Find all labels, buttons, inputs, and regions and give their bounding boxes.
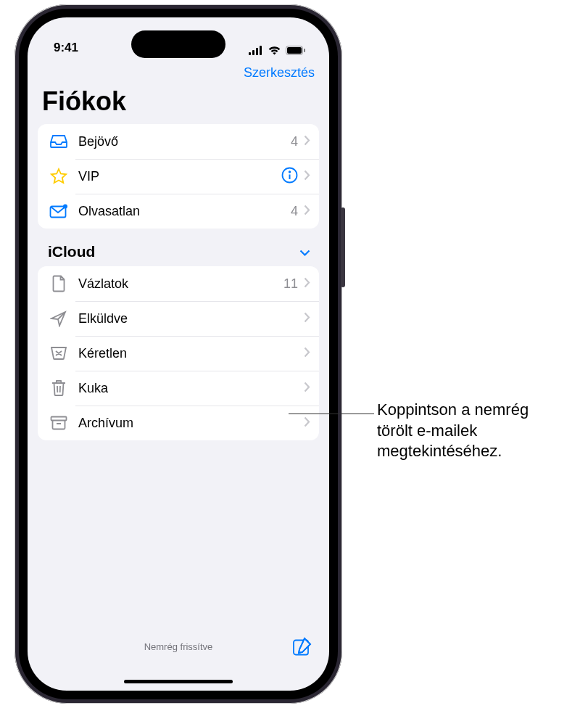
- mailbox-count: 11: [283, 276, 298, 292]
- svg-point-10: [63, 205, 67, 209]
- inbox-icon: [48, 134, 70, 149]
- svg-rect-6: [304, 49, 305, 52]
- callout-text: Koppintson a nemrég törölt e-mailek megt…: [377, 400, 529, 462]
- section-title: iCloud: [48, 243, 95, 260]
- chevron-right-icon: [304, 382, 310, 395]
- wifi-icon: [268, 46, 281, 55]
- iphone-frame: 9:41 Szerkesztés: [15, 4, 342, 704]
- mailbox-sent[interactable]: Elküldve: [38, 301, 319, 336]
- svg-rect-0: [249, 52, 251, 55]
- compose-button[interactable]: [292, 637, 312, 659]
- icloud-mailbox-group: Vázlatok 11 Elküldve: [38, 266, 319, 440]
- sync-status: Nemrég frissítve: [144, 641, 213, 652]
- chevron-right-icon: [304, 170, 310, 184]
- chevron-right-icon: [304, 135, 310, 149]
- chevron-right-icon: [304, 312, 310, 326]
- edit-button[interactable]: Szerkesztés: [244, 65, 315, 81]
- home-indicator: [124, 680, 233, 683]
- mailbox-vip[interactable]: VIP: [38, 159, 319, 194]
- bottom-toolbar: Nemrég frissítve: [28, 630, 329, 691]
- svg-point-8: [289, 171, 291, 173]
- content-area: Bejövő 4 VIP: [28, 124, 329, 630]
- mailbox-archive[interactable]: Archívum: [38, 406, 319, 440]
- mailbox-junk[interactable]: Kéretlen: [38, 336, 319, 371]
- star-icon: [48, 168, 70, 185]
- mailbox-label: Kuka: [78, 381, 304, 396]
- page-title: Fiókok: [28, 83, 329, 124]
- dynamic-island: [131, 30, 225, 58]
- side-button: [341, 207, 345, 287]
- mailbox-label: Vázlatok: [78, 276, 283, 292]
- chevron-right-icon: [304, 277, 310, 291]
- chevron-right-icon: [304, 205, 310, 218]
- unread-icon: [48, 204, 70, 218]
- nav-bar: Szerkesztés: [28, 58, 329, 83]
- status-time: 9:41: [54, 41, 78, 55]
- send-icon: [48, 310, 70, 327]
- callout-leader-line: [289, 414, 374, 414]
- svg-rect-5: [287, 47, 302, 54]
- archive-icon: [48, 416, 70, 430]
- chevron-right-icon: [304, 347, 310, 361]
- mailbox-count: 4: [291, 204, 298, 219]
- doc-icon: [48, 275, 70, 292]
- svg-rect-1: [252, 50, 254, 55]
- mailbox-inbox[interactable]: Bejövő 4: [38, 124, 319, 159]
- primary-mailbox-group: Bejövő 4 VIP: [38, 124, 319, 229]
- mailbox-count: 4: [291, 134, 298, 149]
- mailbox-label: Elküldve: [78, 311, 304, 326]
- cellular-icon: [249, 46, 263, 55]
- mailbox-label: VIP: [78, 169, 281, 184]
- section-header-icloud[interactable]: iCloud: [38, 229, 319, 266]
- mailbox-label: Olvasatlan: [78, 204, 291, 219]
- svg-rect-11: [51, 417, 67, 421]
- chevron-down-icon: [299, 243, 310, 260]
- screen: 9:41 Szerkesztés: [28, 17, 329, 691]
- trash-icon: [48, 379, 70, 397]
- junk-icon: [48, 346, 70, 361]
- mailbox-trash[interactable]: Kuka: [38, 371, 319, 406]
- battery-icon: [286, 46, 306, 55]
- mailbox-drafts[interactable]: Vázlatok 11: [38, 266, 319, 301]
- svg-rect-2: [256, 48, 258, 55]
- mailbox-label: Kéretlen: [78, 346, 304, 361]
- mailbox-label: Archívum: [78, 416, 304, 431]
- mailbox-unread[interactable]: Olvasatlan 4: [38, 194, 319, 229]
- svg-rect-3: [260, 46, 262, 55]
- info-icon[interactable]: [281, 167, 298, 186]
- mailbox-label: Bejövő: [78, 134, 291, 149]
- chevron-right-icon: [304, 416, 310, 430]
